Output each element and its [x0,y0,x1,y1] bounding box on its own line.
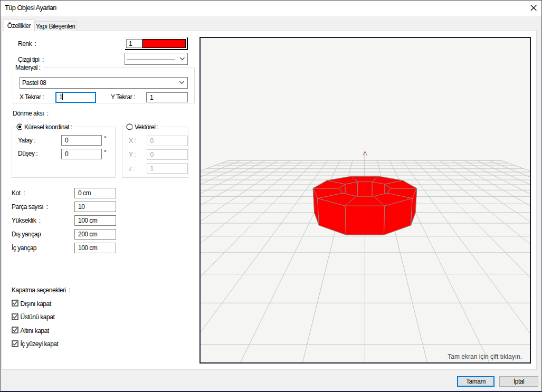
svg-text:Tam ekran için çift tıklayın.: Tam ekran için çift tıklayın. [448,353,522,360]
